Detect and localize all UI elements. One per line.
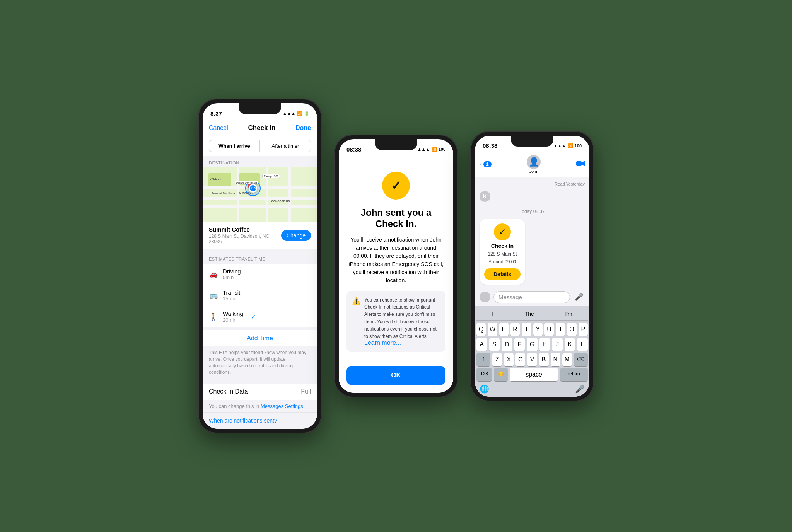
status-icons-2: ▲▲▲ 📶 100 bbox=[417, 147, 446, 152]
read-timestamp: Read Yesterday bbox=[480, 180, 585, 188]
back-badge: 1 bbox=[483, 161, 492, 167]
key-h[interactable]: H bbox=[539, 338, 550, 351]
checkin-data-value: Full bbox=[301, 388, 311, 395]
key-r[interactable]: R bbox=[510, 323, 520, 336]
messages-header: ‹ 1 👤 John bbox=[475, 153, 589, 177]
numbers-key[interactable]: 123 bbox=[476, 368, 492, 381]
walking-icon: 🚶 bbox=[209, 312, 218, 321]
ok-button[interactable]: OK bbox=[346, 366, 446, 385]
checkin-message-bubble: ✓ Check In 128 S Main St Around 09:00 De… bbox=[480, 219, 525, 285]
key-m[interactable]: M bbox=[562, 353, 572, 366]
key-c[interactable]: C bbox=[515, 353, 525, 366]
key-s[interactable]: S bbox=[489, 338, 500, 351]
settings-link-text: You can change this in Messages Settings bbox=[203, 400, 317, 412]
notifications-link[interactable]: When are notifications sent? bbox=[203, 412, 317, 429]
keyboard-bottom-row: 123 😊 space return bbox=[476, 368, 588, 381]
alert-warning-text: You can choose to show important Check I… bbox=[364, 297, 437, 339]
svg-rect-0 bbox=[576, 161, 582, 166]
space-key[interactable]: space bbox=[510, 368, 558, 381]
notifications-link-anchor[interactable]: When are notifications sent? bbox=[209, 418, 277, 424]
key-w[interactable]: W bbox=[488, 323, 497, 336]
transit-label: Transit bbox=[223, 289, 240, 296]
phone-3: 08:38 ▲▲▲ 📶 100 ‹ 1 👤 John bbox=[470, 131, 594, 401]
msg-timestamp: Today 08:37 bbox=[480, 207, 585, 216]
travel-transit[interactable]: 🚌 Transit 15min bbox=[203, 285, 317, 306]
segment-when-arrive[interactable]: When I arrive bbox=[209, 140, 260, 152]
map-road-h2 bbox=[203, 197, 317, 200]
map-town-label: Town of Davidson bbox=[212, 192, 235, 194]
battery-icon-3: 100 bbox=[575, 143, 582, 148]
keyboard-row-1: Q W E R T Y U I O P bbox=[476, 323, 588, 336]
phone2-content: ✓ John sent you a Check In. You'll recei… bbox=[339, 156, 453, 393]
driving-icon: 🚗 bbox=[209, 270, 218, 278]
key-l[interactable]: L bbox=[577, 338, 588, 351]
add-attachment-button[interactable]: + bbox=[480, 292, 490, 302]
status-icons-3: ▲▲▲ 📶 100 bbox=[553, 143, 582, 148]
key-q[interactable]: Q bbox=[476, 323, 486, 336]
messages-settings-link[interactable]: Messages Settings bbox=[261, 403, 303, 409]
map-road-h3 bbox=[203, 205, 317, 208]
change-button[interactable]: Change bbox=[281, 230, 311, 241]
checkin-card-title: Check In bbox=[491, 243, 514, 249]
key-v[interactable]: V bbox=[527, 353, 537, 366]
messages-body: Read Yesterday K Today 08:37 ✓ Check In … bbox=[475, 177, 589, 288]
add-time-button[interactable]: Add Time bbox=[203, 330, 317, 346]
status-icons-1: ▲▲▲ 📶 🔋 bbox=[283, 111, 309, 116]
key-f[interactable]: F bbox=[514, 338, 525, 351]
delete-key[interactable]: ⌫ bbox=[574, 353, 588, 366]
key-n[interactable]: N bbox=[551, 353, 560, 366]
suggestion-the[interactable]: The bbox=[522, 310, 537, 318]
key-u[interactable]: U bbox=[544, 323, 554, 336]
warning-triangle-icon: ⚠️ bbox=[352, 297, 360, 305]
key-e[interactable]: E bbox=[499, 323, 509, 336]
key-t[interactable]: T bbox=[522, 323, 531, 336]
contact-info: 👤 John bbox=[527, 155, 541, 174]
key-d[interactable]: D bbox=[502, 338, 512, 351]
walking-time: 20min bbox=[223, 317, 243, 323]
transit-icon: 🚌 bbox=[209, 291, 218, 300]
cancel-button[interactable]: Cancel bbox=[209, 124, 228, 131]
back-button[interactable]: ‹ 1 bbox=[480, 160, 492, 168]
suggestion-i[interactable]: I bbox=[489, 310, 497, 318]
key-b[interactable]: B bbox=[539, 353, 549, 366]
done-button[interactable]: Done bbox=[295, 124, 311, 131]
microphone-key[interactable]: 🎤 bbox=[575, 384, 585, 394]
keyboard: I The I'm Q W E R T Y U I O P A bbox=[475, 306, 589, 397]
notch-3 bbox=[511, 136, 553, 147]
key-y[interactable]: Y bbox=[533, 323, 543, 336]
checkin-title: Check In bbox=[248, 124, 275, 132]
keyboard-row-3: ⇧ Z X C V B N M ⌫ bbox=[476, 353, 588, 366]
eta-description: This ETA helps your friend know when you… bbox=[203, 346, 317, 380]
checkin-icon-circle: ✓ bbox=[382, 172, 410, 200]
segment-after-timer[interactable]: After a timer bbox=[260, 140, 311, 152]
map-view: DALE ST CONCORD RD S MAIN ST 115 bbox=[203, 167, 317, 222]
return-key[interactable]: return bbox=[560, 368, 588, 381]
emoji-key[interactable]: 😊 bbox=[494, 368, 508, 381]
shift-key[interactable]: ⇧ bbox=[476, 353, 490, 366]
details-button[interactable]: Details bbox=[484, 268, 521, 280]
travel-walking[interactable]: 🚶 Walking 20min ✓ bbox=[203, 306, 317, 327]
chevron-left-icon: ‹ bbox=[480, 160, 482, 168]
message-input[interactable]: Message bbox=[493, 291, 570, 303]
map-road-v3 bbox=[288, 167, 291, 222]
travel-driving[interactable]: 🚗 Driving 5min bbox=[203, 264, 317, 285]
globe-key[interactable]: 🌐 bbox=[480, 384, 489, 394]
key-g[interactable]: G bbox=[527, 338, 538, 351]
video-call-icon[interactable] bbox=[576, 160, 585, 169]
travel-section-label: ESTIMATED TRAVEL TIME bbox=[203, 252, 317, 264]
suggestion-im[interactable]: I'm bbox=[562, 310, 575, 318]
key-x[interactable]: X bbox=[504, 353, 514, 366]
key-z[interactable]: Z bbox=[492, 353, 502, 366]
key-j[interactable]: J bbox=[552, 338, 563, 351]
key-a[interactable]: A bbox=[476, 338, 487, 351]
key-p[interactable]: P bbox=[579, 323, 588, 336]
key-o[interactable]: O bbox=[567, 323, 576, 336]
mic-button[interactable]: 🎤 bbox=[573, 293, 585, 301]
learn-more-link[interactable]: Learn more... bbox=[364, 339, 401, 346]
message-placeholder: Message bbox=[498, 294, 522, 300]
alert-warning-content: ⚠️ You can choose to show important Chec… bbox=[352, 296, 440, 347]
key-k[interactable]: K bbox=[565, 338, 575, 351]
key-i[interactable]: I bbox=[556, 323, 565, 336]
message-input-bar: + Message 🎤 bbox=[475, 288, 589, 306]
transit-time: 15min bbox=[223, 296, 240, 302]
